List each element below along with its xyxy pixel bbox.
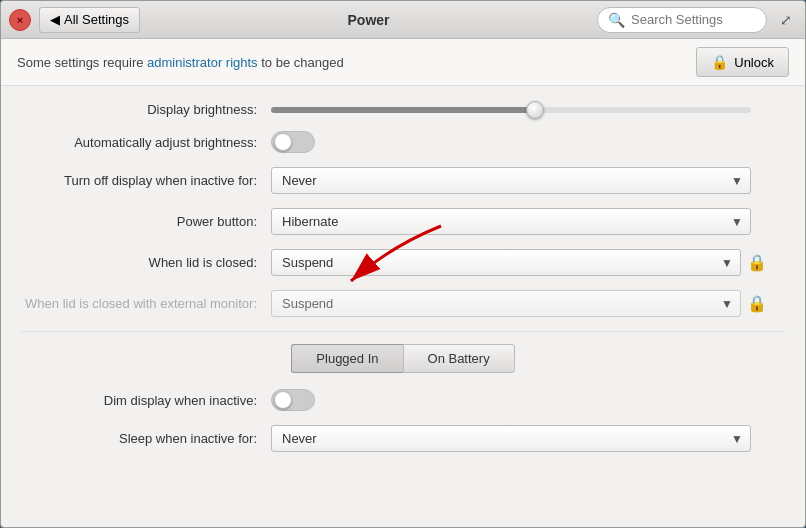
expand-button[interactable]: ⤢	[775, 9, 797, 31]
brightness-slider-thumb[interactable]	[526, 101, 544, 119]
turn-off-display-label: Turn off display when inactive for:	[21, 173, 271, 188]
main-content: Display brightness: Automatically adjust…	[1, 86, 805, 527]
titlebar: × ◀ All Settings Power 🔍 ⤢	[1, 1, 805, 39]
back-icon: ◀	[50, 12, 60, 27]
all-settings-button[interactable]: ◀ All Settings	[39, 7, 140, 33]
brightness-slider-track[interactable]	[271, 107, 751, 113]
divider	[21, 331, 785, 332]
auto-brightness-row: Automatically adjust brightness:	[21, 131, 785, 153]
lid-external-label: When lid is closed with external monitor…	[21, 296, 271, 311]
turn-off-display-select-wrapper: Never 5 minutes 10 minutes 15 minutes 30…	[271, 167, 751, 194]
dim-display-label: Dim display when inactive:	[21, 393, 271, 408]
lid-external-wrapper: Suspend Hibernate Shut Down Do Nothing ▼…	[271, 290, 767, 317]
lid-external-lock-icon: 🔒	[747, 294, 767, 313]
close-button[interactable]: ×	[9, 9, 31, 31]
lid-closed-lock-icon: 🔒	[747, 253, 767, 272]
admin-bar: Some settings require administrator righ…	[1, 39, 805, 86]
power-button-row: Power button: Suspend Hibernate Shut Dow…	[21, 208, 785, 235]
unlock-button[interactable]: 🔒 Unlock	[696, 47, 789, 77]
auto-brightness-label: Automatically adjust brightness:	[21, 135, 271, 150]
expand-icon: ⤢	[780, 12, 792, 28]
admin-message: Some settings require administrator righ…	[17, 55, 344, 70]
tab-plugged-in[interactable]: Plugged In	[291, 344, 402, 373]
lid-closed-row: When lid is closed: Suspend Hibernate Sh…	[21, 249, 785, 276]
lock-icon: 🔒	[711, 54, 728, 70]
power-button-select-wrapper: Suspend Hibernate Shut Down Interactive …	[271, 208, 751, 235]
lid-external-select-wrapper: Suspend Hibernate Shut Down Do Nothing ▼	[271, 290, 741, 317]
turn-off-display-select[interactable]: Never 5 minutes 10 minutes 15 minutes 30…	[271, 167, 751, 194]
auto-brightness-toggle[interactable]	[271, 131, 315, 153]
window-title: Power	[148, 12, 589, 28]
lid-external-select[interactable]: Suspend Hibernate Shut Down Do Nothing	[271, 290, 741, 317]
display-brightness-row: Display brightness:	[21, 102, 785, 117]
auto-brightness-knob	[274, 133, 292, 151]
lid-external-row: When lid is closed with external monitor…	[21, 290, 785, 317]
dim-display-row: Dim display when inactive:	[21, 389, 785, 411]
turn-off-display-row: Turn off display when inactive for: Neve…	[21, 167, 785, 194]
sleep-inactive-row: Sleep when inactive for: Never 5 minutes…	[21, 425, 785, 452]
power-button-label: Power button:	[21, 214, 271, 229]
settings-window: × ◀ All Settings Power 🔍 ⤢ Some settings…	[0, 0, 806, 528]
sleep-inactive-select[interactable]: Never 5 minutes 10 minutes 15 minutes 30…	[271, 425, 751, 452]
admin-link[interactable]: administrator rights	[147, 55, 258, 70]
search-input[interactable]	[631, 12, 751, 27]
lid-closed-label: When lid is closed:	[21, 255, 271, 270]
dim-display-toggle[interactable]	[271, 389, 315, 411]
lid-closed-select[interactable]: Suspend Hibernate Shut Down Do Nothing	[271, 249, 741, 276]
search-box[interactable]: 🔍	[597, 7, 767, 33]
tab-on-battery[interactable]: On Battery	[403, 344, 515, 373]
sleep-inactive-select-wrapper: Never 5 minutes 10 minutes 15 minutes 30…	[271, 425, 751, 452]
battery-tabs: Plugged In On Battery	[21, 344, 785, 373]
power-button-select[interactable]: Suspend Hibernate Shut Down Interactive …	[271, 208, 751, 235]
lid-closed-select-wrapper: Suspend Hibernate Shut Down Do Nothing ▼	[271, 249, 741, 276]
sleep-inactive-label: Sleep when inactive for:	[21, 431, 271, 446]
search-icon: 🔍	[608, 12, 625, 28]
display-brightness-label: Display brightness:	[21, 102, 271, 117]
dim-display-knob	[274, 391, 292, 409]
lid-closed-wrapper: Suspend Hibernate Shut Down Do Nothing ▼…	[271, 249, 767, 276]
